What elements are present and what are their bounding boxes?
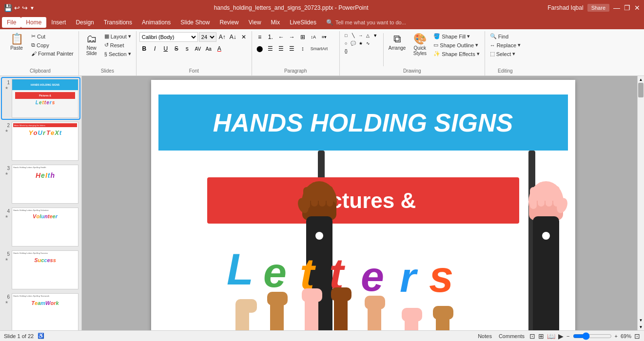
menu-transitions[interactable]: Transitions — [99, 17, 137, 28]
close-button[interactable]: ✕ — [634, 4, 640, 12]
shape-callout[interactable]: 💬 — [350, 40, 357, 47]
font-size-select[interactable]: 24 — [199, 32, 216, 42]
align-left-button[interactable]: ⬤ — [255, 44, 265, 54]
redo-icon[interactable]: ↪ — [22, 4, 28, 12]
copy-button[interactable]: ⧉ Copy — [29, 41, 76, 49]
slide-panel[interactable]: 1 ★ HANDS HOLDING SIGNS Pictures & L e t… — [0, 76, 82, 330]
slide-count: Slide 1 of 22 — [4, 333, 34, 339]
slide-thumb-3[interactable]: 3 ★ Hands Holding Letters Spelling Healt… — [2, 164, 79, 205]
find-button[interactable]: 🔍 Find — [488, 32, 523, 40]
notes-button[interactable]: Notes — [476, 333, 494, 339]
menu-file[interactable]: File — [2, 17, 21, 28]
reset-button[interactable]: ↺ Reset — [102, 41, 133, 49]
select-button[interactable]: ⬚ Select ▾ — [488, 50, 523, 58]
save-icon[interactable]: 💾 — [4, 4, 12, 12]
menu-home[interactable]: Home — [21, 17, 46, 28]
numbering-button[interactable]: 1. — [266, 32, 275, 42]
decrease-font-button[interactable]: A↓ — [228, 32, 238, 42]
decrease-indent-button[interactable]: ← — [276, 32, 286, 42]
menu-animations[interactable]: Animations — [137, 17, 176, 28]
line-spacing-button[interactable]: ↕ — [298, 44, 308, 54]
shape-oval[interactable]: ○ — [343, 40, 350, 47]
menu-insert[interactable]: Insert — [46, 17, 71, 28]
replace-button[interactable]: ↔ Replace ▾ — [488, 41, 523, 49]
strikethrough-button[interactable]: S — [172, 44, 181, 54]
arrange-button[interactable]: ⧉ Arrange — [386, 32, 409, 52]
shape-effects-button[interactable]: ✨ Shape Effects ▾ — [431, 50, 481, 58]
change-case-button[interactable]: Aa — [204, 44, 214, 54]
zoom-in-button[interactable]: + — [615, 333, 618, 339]
slide-thumb-5[interactable]: 5 ★ Hands Holding Letters Spelling Succe… — [2, 249, 79, 290]
menu-view[interactable]: View — [244, 17, 266, 28]
italic-button[interactable]: I — [150, 44, 160, 54]
justify-button[interactable]: ☰ — [287, 44, 297, 54]
slide-sorter-button[interactable]: ⊞ — [538, 332, 544, 340]
shape-tri[interactable]: △ — [365, 32, 371, 39]
menu-liveslides[interactable]: LiveSlides — [285, 17, 321, 28]
columns-button[interactable]: ⊞ — [298, 32, 308, 42]
slide-thumb-6[interactable]: 6 ★ Hands Holding Letters Spelling Teamw… — [2, 292, 79, 330]
search-label[interactable]: Tell me what you want to do... — [335, 19, 406, 25]
svg-text:e: e — [263, 249, 287, 296]
font-name-select[interactable]: Calibri (Body) — [139, 32, 198, 42]
slide-thumb-1[interactable]: 1 ★ HANDS HOLDING SIGNS Pictures & L e t… — [2, 78, 79, 119]
scroll-thumb[interactable] — [638, 83, 644, 97]
align-center-button[interactable]: ☰ — [266, 44, 275, 54]
maximize-button[interactable]: ❐ — [624, 4, 630, 12]
zoom-slider[interactable] — [573, 333, 612, 340]
font-color-button[interactable]: A — [215, 44, 224, 54]
menu-design[interactable]: Design — [71, 17, 98, 28]
clipboard-small-group: ✂ Cut ⧉ Copy 🖌 Format Painter — [29, 32, 76, 57]
new-slide-button[interactable]: 🗂 NewSlide — [82, 32, 101, 57]
paste-button[interactable]: 📋 Paste — [5, 32, 28, 52]
scroll-bottom[interactable]: ▼ — [638, 323, 644, 330]
menu-slideshow[interactable]: Slide Show — [176, 17, 215, 28]
scroll-up-arrow[interactable]: ▲ — [638, 76, 644, 83]
shape-line[interactable]: ╲ — [350, 32, 357, 39]
slide-thumb-2[interactable]: 2 ★ Make Words by changing the letters Y… — [2, 121, 79, 162]
char-spacing-button[interactable]: AV — [193, 44, 203, 54]
quick-styles-button[interactable]: 🎨 QuickStyles — [409, 32, 430, 57]
ribbon-group-clipboard: 📋 Paste ✂ Cut ⧉ Copy 🖌 Format Painter — [2, 31, 79, 76]
increase-font-button[interactable]: A↑ — [217, 32, 227, 42]
layout-button[interactable]: ▦ Layout ▾ — [102, 32, 133, 40]
underline-button[interactable]: U — [161, 44, 171, 54]
zoom-out-button[interactable]: − — [566, 333, 569, 339]
undo-icon[interactable]: ↩ — [14, 4, 20, 12]
text-direction-button[interactable]: ↕A — [309, 32, 318, 42]
slide-img-2: Make Words by changing the letters Y o U… — [12, 122, 78, 161]
section-button[interactable]: § Section ▾ — [102, 50, 133, 58]
align-text-button[interactable]: ≡▾ — [319, 32, 329, 42]
slide-thumb-4[interactable]: 4 ★ Hands Holding Letters Spelling Volun… — [2, 207, 79, 247]
shape-curve[interactable]: ∿ — [365, 40, 371, 47]
share-button[interactable]: Share — [587, 4, 609, 12]
bold-button[interactable]: B — [139, 44, 149, 54]
accessibility-icon[interactable]: ♿ — [38, 333, 44, 339]
shape-outline-button[interactable]: ▭ Shape Outline ▾ — [431, 41, 481, 49]
canvas-scrollbar[interactable]: ▲ ▼ ▼ — [637, 76, 644, 330]
shape-rect[interactable]: □ — [343, 32, 350, 39]
smartart-button[interactable]: SmartArt — [309, 45, 330, 52]
shadow-button[interactable]: s — [182, 44, 192, 54]
minimize-button[interactable]: — — [613, 4, 620, 12]
normal-view-button[interactable]: ⊡ — [529, 332, 535, 340]
shape-star[interactable]: ★ — [357, 40, 364, 47]
clear-formatting-button[interactable]: ✕ — [239, 32, 249, 42]
cut-button[interactable]: ✂ Cut — [29, 32, 76, 40]
shape-fill-button[interactable]: 🪣 Shape Fill ▾ — [431, 32, 481, 40]
scroll-down-arrow[interactable]: ▼ — [638, 317, 644, 323]
bullets-button[interactable]: ≡ — [255, 32, 265, 42]
comments-button[interactable]: Comments — [497, 333, 527, 339]
shape-eq[interactable]: {} — [343, 48, 350, 55]
shape-more[interactable]: ▼ — [372, 32, 379, 39]
menu-mix[interactable]: Mix — [266, 17, 285, 28]
reading-view-button[interactable]: 📖 — [547, 332, 555, 340]
increase-indent-button[interactable]: → — [287, 32, 297, 42]
fit-slide-button[interactable]: ⊡ — [634, 332, 640, 340]
align-right-button[interactable]: ☰ — [276, 44, 286, 54]
format-painter-button[interactable]: 🖌 Format Painter — [29, 50, 76, 57]
shape-arrow[interactable]: → — [357, 32, 364, 39]
customize-icon[interactable]: ▼ — [30, 5, 35, 11]
slideshow-button[interactable]: ▶ — [558, 332, 564, 340]
menu-review[interactable]: Review — [215, 17, 243, 28]
